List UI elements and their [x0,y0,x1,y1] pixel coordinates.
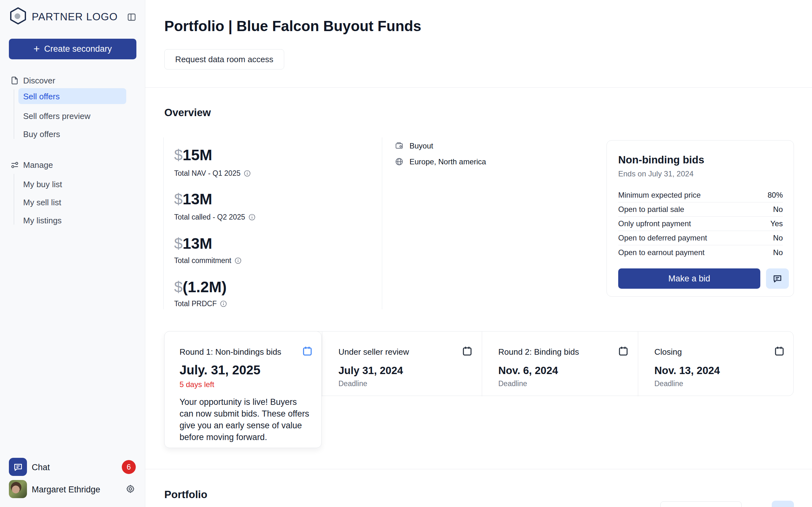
table-row: Open to partial sale No [618,203,783,217]
table-row: Open to deferred payment No [618,231,783,245]
chat-label[interactable]: Chat [32,463,50,472]
overview-heading: Overview [164,107,211,118]
sidebar-item-buy-offers[interactable]: Buy offers [23,130,60,138]
stat-value: $13M [174,191,212,208]
timeline-card-description: Your opportunity is live! Buyers can now… [180,396,311,443]
request-data-room-access-button[interactable]: Request data room access [164,49,284,69]
fund-type-label: Buyout [410,142,433,150]
timeline-card-title: Closing [654,347,682,356]
main-content: Portfolio | Blue Falcon Buyout Funds Req… [145,0,812,507]
table-row: Open to earnout payment No [618,245,783,260]
sidebar-item-my-buy-list[interactable]: My buy list [23,180,62,189]
chat-unread-badge: 6 [122,460,136,474]
sidebar-item-my-listings[interactable]: My listings [23,216,62,225]
sidebar-collapse-icon[interactable] [127,13,136,21]
partner-logo-icon [9,7,27,25]
currency-sign: $ [174,235,183,252]
non-binding-bids-card: Non-binding bids Ends on July 31, 2024 M… [607,140,794,297]
stat-label: Total called - Q2 2025 [174,213,255,221]
info-icon[interactable] [235,257,241,264]
bid-terms-table: Minimum expected price 80% Open to parti… [618,188,783,260]
portfolio-action-button[interactable] [772,501,794,507]
portfolio-filter-control[interactable] [661,501,742,507]
timeline-card-title: Under seller review [338,347,409,356]
table-row: Minimum expected price 80% [618,188,783,203]
sliders-icon [10,161,19,169]
stat-label: Total NAV - Q1 2025 [174,169,251,177]
avatar[interactable] [9,480,27,498]
partner-logo-text: PARTNER LOGO [32,11,118,22]
currency-sign: $ [174,191,183,208]
stat-value: $15M [174,147,212,164]
timeline-card-note: Deadline [338,380,367,388]
app-root: PARTNER LOGO + Create secondary Discover… [0,0,812,507]
fund-type-row: Buyout [395,142,433,150]
timeline-card-round1: Round 1: Non-bindings bids July. 31, 202… [164,331,322,448]
stat-label: Total PRDCF [174,300,227,308]
fund-region-label: Europe, North america [410,157,486,166]
timeline-card-date: July. 31, 2025 [180,362,260,377]
plus-icon: + [34,43,40,54]
calendar-icon-blue [302,345,313,357]
portfolio-heading: Portfolio [164,489,207,500]
overview-stats: $15M Total NAV - Q1 2025 $13M Total call… [163,137,382,309]
timeline-card-title: Round 1: Non-bindings bids [180,347,282,356]
calendar-icon [461,345,473,357]
bid-card-title: Non-binding bids [618,154,704,166]
calendar-icon [773,345,785,357]
calendar-icon [618,345,629,357]
timeline-card-note: Deadline [498,380,527,388]
nav-tree-line [14,90,14,139]
timeline-card-date: July 31, 2024 [338,364,403,377]
nav-section-discover: Discover [23,76,55,85]
timeline-card-date: Nov. 13, 2024 [654,364,720,377]
info-icon[interactable] [220,300,227,307]
fund-region-row: Europe, North america [395,157,486,166]
sidebar-item-my-sell-list[interactable]: My sell list [23,198,61,207]
section-divider [145,469,812,469]
nav-section-manage: Manage [23,161,53,169]
timeline-card-title: Round 2: Binding bids [498,347,579,356]
stat-value: $(1.2M) [174,279,227,296]
header-divider [145,87,812,88]
currency-sign: $ [174,147,183,163]
timeline-card-round2: Round 2: Binding bids Nov. 6, 2024 Deadl… [482,332,638,396]
user-name[interactable]: Margaret Ethridge [32,485,100,495]
stat-value: $13M [174,235,212,252]
sidebar-item-sell-offers-preview[interactable]: Sell offers preview [23,112,90,121]
wallet-icon [395,142,403,150]
create-secondary-button[interactable]: + Create secondary [9,39,136,59]
bid-card-subtitle: Ends on July 31, 2024 [618,170,694,178]
currency-sign: $ [174,279,183,295]
timeline-card-date: Nov. 6, 2024 [498,364,558,377]
nav-tree-line [14,174,14,225]
table-row: Only upfront payment Yes [618,217,783,231]
create-secondary-label: Create secondary [44,44,112,54]
document-icon [10,76,19,85]
bid-chat-button[interactable] [766,268,789,289]
timeline-card-closing: Closing Nov. 13, 2024 Deadline [638,332,794,396]
make-a-bid-button[interactable]: Make a bid [618,268,760,289]
timeline-card-note: Deadline [654,380,683,388]
chat-icon[interactable] [9,458,27,476]
gear-icon[interactable] [126,484,135,494]
days-left-label: 5 days left [180,380,214,389]
globe-icon [395,157,403,166]
info-icon[interactable] [249,214,255,221]
chat-bubble-icon [772,274,783,284]
page-title: Portfolio | Blue Falcon Buyout Funds [164,17,421,35]
stat-label: Total commitment [174,257,241,265]
timeline-card-under-seller-review: Under seller review July 31, 2024 Deadli… [322,332,482,396]
sidebar-item-sell-offers[interactable]: Sell offers [23,92,60,101]
info-icon[interactable] [244,170,251,177]
sidebar: PARTNER LOGO + Create secondary Discover… [0,0,145,507]
